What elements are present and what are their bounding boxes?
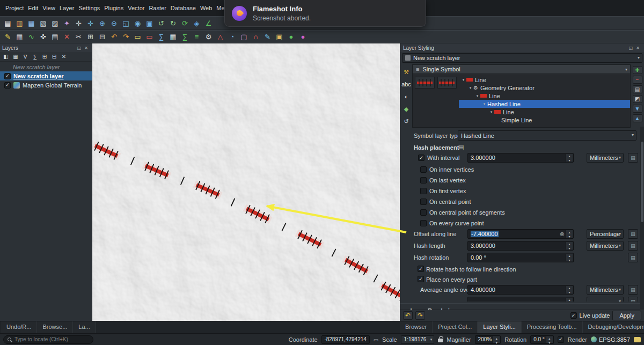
live-update-checkbox[interactable] bbox=[570, 312, 577, 319]
clipped-input[interactable] bbox=[467, 297, 574, 302]
remove-layer-icon[interactable]: ✕ bbox=[60, 53, 68, 61]
place-on-every-part-checkbox[interactable] bbox=[418, 276, 424, 282]
layer-item-mapzen-global-terrain[interactable]: Mapzen Global Terrain bbox=[0, 80, 92, 90]
deselect-features-icon[interactable]: ▭ bbox=[144, 32, 155, 42]
spinner-icon[interactable] bbox=[546, 336, 553, 343]
spinner-icon[interactable] bbox=[566, 286, 573, 293]
spinner-icon[interactable] bbox=[493, 336, 500, 343]
symbol-tree-item-hashed-line[interactable]: Hashed Line bbox=[459, 100, 630, 108]
add-line-feature-icon[interactable]: ∿ bbox=[26, 32, 37, 42]
menu-item[interactable]: View bbox=[40, 3, 57, 13]
new-project-icon[interactable]: ▤ bbox=[2, 18, 13, 28]
plugin-icon-2[interactable]: ● bbox=[297, 32, 309, 42]
dock-tab-project-colors[interactable]: Project Col... bbox=[433, 321, 478, 334]
annotation-icon[interactable]: ✎ bbox=[262, 32, 273, 42]
average-angle-input[interactable]: 4.000000 bbox=[467, 285, 574, 295]
symbol-preview-swatch[interactable] bbox=[437, 77, 457, 89]
dock-tab-debugging[interactable]: Debugging/Development To... bbox=[583, 321, 644, 334]
styling-panel-scrollbar[interactable] bbox=[640, 127, 644, 309]
close-panel-icon[interactable] bbox=[83, 45, 90, 51]
expander-icon[interactable] bbox=[474, 94, 480, 98]
bottom-dock-tab[interactable]: Undo/R... bbox=[1, 321, 37, 334]
open-layer-styling-icon[interactable]: ◧ bbox=[2, 53, 10, 61]
apply-button[interactable]: Apply bbox=[612, 311, 641, 320]
offset-unit-combo[interactable]: Percentage bbox=[587, 229, 624, 239]
placement-option-checkbox[interactable] bbox=[420, 188, 427, 194]
toggle-editing-icon[interactable]: ✎ bbox=[2, 32, 13, 42]
temporal-controller-icon[interactable]: ◔ bbox=[226, 32, 238, 42]
styling-layer-selector[interactable]: New scratch layer bbox=[402, 53, 642, 63]
measure-line-icon[interactable]: ∠ bbox=[203, 18, 214, 28]
magnifier-spinbox[interactable]: 200% bbox=[475, 335, 501, 344]
spinner-icon[interactable] bbox=[566, 230, 573, 238]
snapping-icon[interactable]: ∩ bbox=[250, 32, 261, 42]
lock-scale-icon[interactable] bbox=[438, 339, 443, 342]
menu-item[interactable]: Project bbox=[3, 3, 26, 13]
processing-toolbox-icon[interactable]: ⚙ bbox=[203, 32, 214, 42]
spinner-icon[interactable] bbox=[566, 154, 573, 162]
history-tab-icon[interactable]: ↺ bbox=[401, 117, 411, 126]
dock-tab-layer-styling[interactable]: Layer Styli... bbox=[478, 321, 522, 334]
layer-item-new-scratch-layer[interactable]: New scratch layer bbox=[0, 71, 92, 80]
float-panel-icon[interactable] bbox=[76, 45, 83, 51]
remove-symbol-layer-icon[interactable]: − bbox=[633, 76, 642, 84]
data-defined-override-button[interactable] bbox=[628, 253, 638, 262]
zoom-out-icon[interactable]: ⊖ bbox=[108, 18, 120, 28]
close-panel-icon[interactable] bbox=[634, 45, 641, 51]
vertex-tool-icon[interactable]: ✜ bbox=[38, 32, 49, 42]
filter-legend-icon[interactable]: ∇ bbox=[21, 53, 30, 61]
zoom-in-icon[interactable]: ⊕ bbox=[97, 18, 108, 28]
field-calculator-icon[interactable]: ∑ bbox=[179, 32, 191, 42]
identify-features-icon[interactable]: ◈ bbox=[191, 18, 202, 28]
zoom-next-icon[interactable]: ↻ bbox=[167, 18, 179, 28]
style-manager-icon[interactable]: ✦ bbox=[61, 18, 72, 28]
coordinate-input[interactable]: -828971,4794214 bbox=[321, 335, 370, 344]
average-angle-unit-combo[interactable]: Millimeters bbox=[587, 285, 624, 295]
geometry-checker-icon[interactable]: △ bbox=[215, 32, 226, 42]
menu-item[interactable]: Layer bbox=[57, 3, 77, 13]
placement-option-checkbox[interactable] bbox=[420, 220, 427, 226]
with-interval-input[interactable]: 3.000000 bbox=[467, 153, 574, 163]
dock-tab-browser[interactable]: Browser bbox=[400, 321, 433, 334]
layout-manager-icon[interactable]: ▨ bbox=[49, 18, 61, 28]
dock-tab-processing-toolbox[interactable]: Processing Toolb... bbox=[522, 321, 583, 334]
add-symbol-layer-icon[interactable]: ✚ bbox=[633, 66, 642, 74]
locate-search-input[interactable]: Type to locate (Ctrl+K) bbox=[3, 335, 93, 344]
new-scratch-layer-icon[interactable]: ▢ bbox=[238, 32, 250, 42]
render-checkbox[interactable] bbox=[558, 336, 564, 343]
symbol-tree-item-geometry-generator[interactable]: Geometry Generator bbox=[459, 84, 630, 92]
with-interval-checkbox[interactable] bbox=[418, 155, 425, 161]
duplicate-symbol-layer-icon[interactable]: ▤ bbox=[633, 85, 642, 93]
crs-status[interactable]: EPSG:3857 bbox=[591, 336, 630, 343]
rotation-spinbox[interactable]: 0.0 ° bbox=[530, 335, 554, 344]
rotate-hash-checkbox[interactable] bbox=[418, 266, 424, 272]
paste-features-icon[interactable]: ⊟ bbox=[97, 32, 108, 42]
menu-item[interactable]: Vector bbox=[126, 3, 147, 13]
expander-icon[interactable] bbox=[488, 110, 494, 114]
refresh-map-icon[interactable]: ⟳ bbox=[179, 18, 191, 28]
hash-length-input[interactable]: 3.000000 bbox=[467, 241, 574, 251]
data-defined-override-button[interactable] bbox=[628, 229, 638, 239]
spinner-icon[interactable] bbox=[566, 242, 573, 249]
expander-icon[interactable] bbox=[481, 102, 487, 106]
placement-option-checkbox[interactable] bbox=[420, 209, 427, 216]
menu-item[interactable]: Web bbox=[198, 3, 214, 13]
expander-icon[interactable] bbox=[467, 86, 473, 90]
with-interval-unit-combo[interactable]: Millimeters bbox=[587, 153, 624, 163]
symbology-tab-icon[interactable]: ⚒ bbox=[401, 68, 411, 76]
expander-icon[interactable] bbox=[460, 78, 466, 82]
log-messages-icon[interactable] bbox=[634, 337, 641, 342]
flameshot-notification[interactable]: Flameshot Info Screenshot aborted. bbox=[224, 0, 426, 27]
open-project-icon[interactable]: ▥ bbox=[14, 18, 25, 28]
symbol-mode-selector[interactable]: Single Symbol bbox=[413, 65, 630, 74]
symbol-tree-item-line[interactable]: Line bbox=[459, 92, 630, 100]
style-undo-button[interactable] bbox=[403, 311, 413, 320]
new-print-layout-icon[interactable]: ▧ bbox=[38, 18, 49, 28]
clear-field-icon[interactable] bbox=[560, 231, 565, 238]
masks-tab-icon[interactable]: ◐ bbox=[401, 92, 411, 101]
symbol-tree-item-line[interactable]: Line bbox=[459, 108, 630, 116]
layer-visibility-checkbox[interactable] bbox=[4, 73, 11, 79]
float-panel-icon[interactable] bbox=[627, 45, 634, 51]
modify-attributes-icon[interactable]: ▤ bbox=[49, 32, 61, 42]
menu-item[interactable]: Edit bbox=[26, 3, 40, 13]
